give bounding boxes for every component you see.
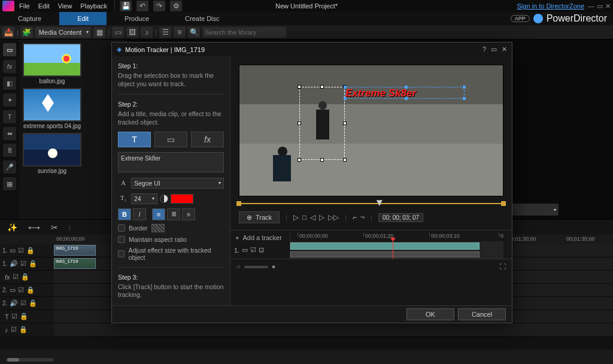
step1-text: Drag the selection box to mark the objec…: [118, 72, 224, 88]
tab-pip[interactable]: ◧: [3, 77, 16, 90]
mode-produce[interactable]: Produce: [107, 12, 167, 25]
explorer-icon[interactable]: ☰: [159, 27, 171, 38]
stop-icon[interactable]: □: [302, 213, 306, 222]
aspect-checkbox[interactable]: [118, 236, 125, 243]
ok-button[interactable]: OK: [406, 308, 454, 320]
italic-button[interactable]: I: [133, 208, 146, 220]
mode-edit[interactable]: Edit: [59, 12, 107, 25]
minimize-icon[interactable]: —: [588, 2, 594, 10]
font-size-dropdown[interactable]: 24: [131, 193, 157, 204]
tab-transition[interactable]: ⬌: [3, 127, 16, 140]
tracker-video-icon[interactable]: ▭: [242, 246, 248, 254]
menu-view[interactable]: View: [58, 2, 72, 10]
zoom-out-icon[interactable]: ○: [236, 263, 241, 270]
tab-fx[interactable]: fx: [3, 60, 16, 73]
track-button[interactable]: ⊕Track: [239, 211, 280, 223]
filter-image-icon[interactable]: 🖼: [126, 27, 138, 38]
timeline-clip[interactable]: IMG_1719: [54, 245, 96, 256]
save-icon[interactable]: 💾: [120, 1, 132, 11]
mode-capture[interactable]: Capture: [0, 12, 59, 25]
media-content-dropdown[interactable]: Media Content: [35, 27, 92, 38]
font-color-picker-icon[interactable]: [160, 195, 168, 203]
restore-icon[interactable]: ▭: [597, 2, 603, 10]
add-media-button[interactable]: ▭: [154, 132, 187, 147]
mark-out-icon[interactable]: ¬: [360, 213, 365, 222]
tab-chapter[interactable]: ▦: [3, 177, 16, 190]
playhead[interactable]: [393, 238, 393, 259]
font-family-dropdown[interactable]: Segoe UI: [131, 178, 224, 189]
media-item[interactable]: ballon.jpg: [23, 43, 81, 84]
menu-edit[interactable]: Edit: [38, 2, 50, 10]
bold-button[interactable]: B: [118, 208, 131, 220]
tracking-selection-box[interactable]: [299, 87, 345, 160]
tab-media[interactable]: ▭: [3, 43, 16, 56]
align-center-button[interactable]: ≣: [167, 208, 180, 220]
tab-audio-mix[interactable]: 🎚: [3, 144, 16, 157]
tab-voice[interactable]: 🎤: [3, 160, 16, 174]
prev-frame-icon[interactable]: ◁: [310, 213, 315, 222]
add-effect-button[interactable]: fx: [191, 132, 224, 147]
redo-icon[interactable]: ↷: [153, 1, 165, 11]
play-icon[interactable]: ▷: [293, 213, 299, 222]
settings-icon[interactable]: ⚙: [170, 1, 182, 11]
filter-audio-icon[interactable]: ♪: [141, 27, 153, 38]
mode-createdisc[interactable]: Create Disc: [167, 12, 237, 25]
tab-particle[interactable]: ✦: [3, 93, 16, 107]
timecode-display[interactable]: 00; 00; 03; 07: [378, 213, 423, 222]
timeline-clip[interactable]: IMG_1719: [54, 258, 96, 269]
plugin-icon[interactable]: 🧩: [21, 27, 33, 38]
maximize-icon[interactable]: ▭: [491, 46, 497, 53]
grid-icon[interactable]: ▦: [93, 27, 105, 38]
fast-forward-icon[interactable]: ▷▷: [328, 213, 339, 222]
undo-icon[interactable]: ↶: [136, 1, 148, 11]
track-fx-icon[interactable]: fx: [5, 274, 10, 281]
import-icon[interactable]: 📥: [2, 27, 14, 38]
font-color-swatch[interactable]: [171, 194, 193, 204]
search-icon[interactable]: 🔍: [188, 27, 200, 38]
track-title-icon[interactable]: T: [5, 313, 9, 320]
close-dialog-icon[interactable]: ✕: [502, 46, 507, 53]
title-overlay-box[interactable]: Extreme Sk8er: [345, 87, 465, 99]
track-visible-icon[interactable]: ☑: [18, 247, 24, 254]
filter-video-icon[interactable]: ▭: [112, 27, 124, 38]
cancel-button[interactable]: Cancel: [458, 308, 506, 320]
zoom-in-icon[interactable]: ●: [272, 263, 276, 270]
scrubber[interactable]: [239, 200, 503, 207]
sort-icon[interactable]: ≡: [174, 27, 186, 38]
border-style-swatch[interactable]: [151, 224, 165, 232]
signin-link[interactable]: Sign in to DirectorZone: [517, 2, 585, 10]
menu-file[interactable]: File: [19, 2, 30, 10]
tracker-timeline[interactable]: [290, 241, 503, 259]
media-item[interactable]: sunrise.jpg: [23, 133, 81, 174]
tab-title[interactable]: T: [3, 110, 16, 123]
tracker-visible-icon[interactable]: ☑: [250, 246, 256, 254]
brand-badge: APP: [511, 15, 530, 22]
zoom-slider[interactable]: [244, 266, 268, 268]
track-audio-icon[interactable]: 🔊: [10, 260, 18, 268]
video-preview[interactable]: Extreme Sk8er: [239, 65, 503, 196]
align-left-button[interactable]: ≡: [152, 208, 165, 220]
mark-in-icon[interactable]: ⌐: [353, 213, 357, 222]
add-title-button[interactable]: T: [118, 132, 151, 147]
adjust-size-checkbox[interactable]: [118, 250, 125, 257]
next-frame-icon[interactable]: ▷: [319, 213, 324, 222]
close-icon[interactable]: ✕: [605, 2, 611, 10]
tracker-fx-icon[interactable]: ⊡: [259, 246, 264, 254]
border-checkbox[interactable]: [118, 225, 125, 232]
search-input[interactable]: [202, 27, 286, 38]
track-video-icon[interactable]: ▭: [10, 247, 16, 254]
align-right-button[interactable]: ≡: [182, 208, 195, 220]
title-text-input[interactable]: [118, 152, 224, 172]
tracker-ruler[interactable]: 00;00;00;00 00;00;01;20 00;00;03;10 0: [298, 233, 503, 241]
add-tracker-button[interactable]: +Add a tracker: [230, 233, 290, 242]
motion-tracker-icon: ◈: [117, 46, 122, 53]
trim-tool-icon[interactable]: ⟷: [28, 223, 40, 232]
menu-playback[interactable]: Playback: [80, 2, 107, 10]
cut-tool-icon[interactable]: ✂: [51, 223, 58, 232]
media-item[interactable]: extreme sports 04.jpg: [23, 88, 81, 129]
magic-tool-icon[interactable]: ✨: [7, 223, 17, 232]
fit-icon[interactable]: ⛶: [499, 263, 506, 270]
timeline-zoom-slider[interactable]: [6, 358, 54, 362]
track-lock-icon[interactable]: 🔒: [26, 247, 35, 254]
help-icon[interactable]: ?: [482, 46, 486, 53]
